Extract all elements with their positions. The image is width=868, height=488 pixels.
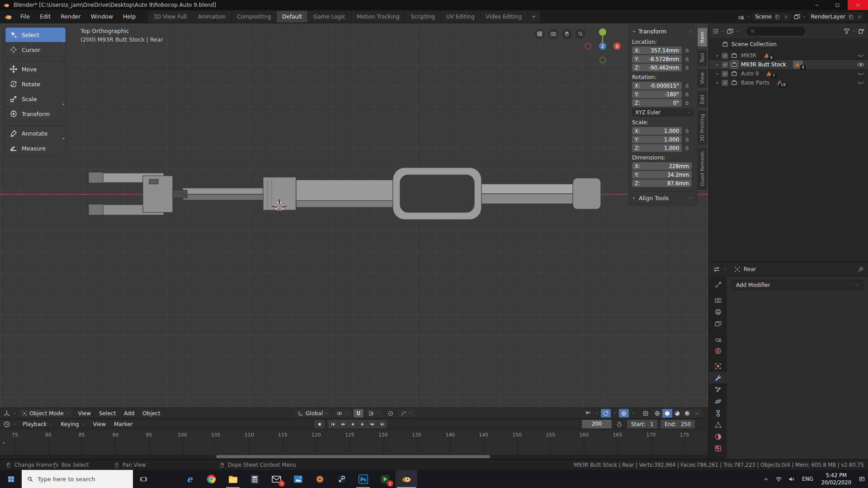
menu-window[interactable]: Window xyxy=(86,10,118,23)
properties-tab-modifiers[interactable] xyxy=(709,372,727,384)
falloff-dropdown[interactable] xyxy=(398,409,415,418)
display-mode-icon[interactable] xyxy=(726,28,734,35)
camera-view-button[interactable] xyxy=(548,29,558,39)
outliner-row-m93r-butt-stock[interactable]: M93R Butt Stock 4 xyxy=(709,60,868,69)
properties-tab-output[interactable] xyxy=(709,306,727,318)
mode-dropdown[interactable]: Object Mode xyxy=(19,409,72,418)
editor-type-icon[interactable] xyxy=(3,410,10,417)
next-keyframe-button[interactable] xyxy=(368,420,377,428)
timeline-menu-view[interactable]: View xyxy=(89,421,110,427)
visibility-dropdown[interactable] xyxy=(583,409,593,418)
taskbar-app-media-player[interactable] xyxy=(309,470,330,488)
current-frame-field[interactable]: 200 xyxy=(582,420,612,428)
proportional-edit-button[interactable] xyxy=(386,409,396,418)
axis-value-field[interactable]: Z:87.6mm xyxy=(632,179,692,187)
eye-closed-icon[interactable] xyxy=(857,70,864,77)
axis-value-field[interactable]: X:1.000 xyxy=(632,127,682,135)
checkbox[interactable] xyxy=(722,70,728,77)
jump-to-start-button[interactable] xyxy=(328,420,338,428)
timeline-ruler[interactable]: 7580859095100105110115120125130135140145… xyxy=(0,429,708,460)
breadcrumb[interactable]: Rear xyxy=(734,266,756,273)
properties-editor-icon[interactable] xyxy=(713,266,720,273)
render-layer-icon[interactable] xyxy=(793,13,801,20)
timeline-menu-playback[interactable]: Playback xyxy=(19,421,57,427)
navigation-gizmo[interactable]: X Z xyxy=(582,26,623,66)
shading-solid-button[interactable] xyxy=(662,409,672,418)
tool-measure[interactable]: Measure xyxy=(5,141,66,155)
menu-render[interactable]: Render xyxy=(56,10,86,23)
sidebar-tab-tool[interactable]: Tool xyxy=(698,49,707,66)
checkbox[interactable] xyxy=(722,61,728,68)
clear-icon[interactable] xyxy=(857,14,863,20)
outliner-row-base-parts[interactable]: Base Parts 19 xyxy=(709,78,868,87)
chevron-down-icon[interactable] xyxy=(852,29,856,33)
workspace-tab-3d-view-full[interactable]: 3D View Full xyxy=(148,11,193,23)
axis-value-field[interactable]: Y:-180° xyxy=(632,90,682,98)
overlays-toggle-button[interactable] xyxy=(619,409,629,418)
properties-tab-scene[interactable] xyxy=(709,333,727,345)
tool-scale[interactable]: Scale xyxy=(5,91,66,106)
outliner-row-m93r[interactable]: M93R 9 xyxy=(709,51,868,60)
rotation-mode-dropdown[interactable]: XYZ Euler xyxy=(632,108,694,117)
tool-rotate[interactable]: Rotate xyxy=(5,76,66,91)
lock-icon[interactable] xyxy=(684,136,690,142)
outliner-row-auto-9[interactable]: Auto 9 7 xyxy=(709,69,868,78)
chevron-down-icon[interactable] xyxy=(723,267,727,272)
collection-icon[interactable] xyxy=(731,79,738,86)
timeline-menu-keying[interactable]: Keying xyxy=(57,421,89,427)
chevron-down-icon[interactable] xyxy=(613,411,617,416)
3d-viewport[interactable]: SelectCursorMoveRotateScaleTransformAnno… xyxy=(0,23,708,408)
chevron-down-icon[interactable] xyxy=(735,29,740,33)
properties-tab-particles[interactable] xyxy=(709,384,727,395)
lock-icon[interactable] xyxy=(684,145,690,151)
blender-menu-logo-icon[interactable] xyxy=(4,13,13,21)
taskbar-app-chrome[interactable] xyxy=(200,470,222,488)
pan-view-button[interactable] xyxy=(562,29,572,39)
tool-annotate[interactable]: Annotate xyxy=(5,126,66,141)
filter-icon[interactable] xyxy=(843,28,850,35)
copy-icon[interactable] xyxy=(848,14,854,20)
collection-icon[interactable] xyxy=(731,70,738,77)
add-modifier-dropdown[interactable]: Add Modifier xyxy=(731,280,863,290)
hidden-icons-button[interactable] xyxy=(760,470,773,488)
checkbox[interactable] xyxy=(722,52,728,59)
end-frame-field[interactable]: End: 250 xyxy=(660,420,695,428)
prev-keyframe-button[interactable] xyxy=(338,420,348,428)
chevron-down-icon[interactable] xyxy=(802,14,807,19)
grip-icon[interactable] xyxy=(687,196,694,201)
properties-tab-texture[interactable] xyxy=(709,442,727,454)
lock-icon[interactable] xyxy=(684,91,690,97)
taskbar-app-file-explorer[interactable] xyxy=(222,470,244,488)
workspace-tab-default[interactable]: Default xyxy=(277,11,308,23)
shading-rendered-button[interactable] xyxy=(682,409,692,418)
timeline-back-arrow-icon[interactable] xyxy=(1,441,6,445)
axis-value-field[interactable]: Z:1.000 xyxy=(632,144,682,152)
expand-icon[interactable] xyxy=(715,63,719,67)
sidebar-tab-3d-printing[interactable]: 3D Printing xyxy=(698,110,707,145)
scene-icon[interactable] xyxy=(737,13,745,20)
axis-value-field[interactable]: X:357.14mm xyxy=(632,47,682,54)
shading-wireframe-button[interactable] xyxy=(652,409,662,418)
axis-value-field[interactable]: X:228mm xyxy=(632,162,692,170)
expand-icon[interactable] xyxy=(715,81,719,85)
tool-move[interactable]: Move xyxy=(5,62,66,76)
sidebar-tab-edit[interactable]: Edit xyxy=(698,91,707,108)
copy-icon[interactable] xyxy=(774,14,780,20)
workspace-tab-motion-tracking[interactable]: Motion Tracking xyxy=(351,11,405,23)
lock-icon[interactable] xyxy=(684,83,690,89)
xray-toggle-button[interactable] xyxy=(641,409,651,418)
eye-closed-icon[interactable] xyxy=(857,79,864,86)
menu-help[interactable]: Help xyxy=(118,10,141,23)
workspace-tab-scripting[interactable]: Scripting xyxy=(406,11,441,23)
lock-icon[interactable] xyxy=(684,65,690,70)
render-layer-selector[interactable]: RenderLayer xyxy=(808,12,866,22)
properties-tab-constraints[interactable] xyxy=(709,407,727,419)
viewport-menu-object[interactable]: Object xyxy=(138,410,164,417)
scene-selector[interactable]: Scene xyxy=(752,12,792,22)
timeline-editor-icon[interactable] xyxy=(3,421,10,428)
grid-toggle-button[interactable] xyxy=(535,29,545,39)
network-button[interactable] xyxy=(773,470,785,488)
viewport-menu-view[interactable]: View xyxy=(74,410,95,417)
jump-to-end-button[interactable] xyxy=(377,420,387,428)
properties-tab-object-data[interactable] xyxy=(709,419,727,431)
